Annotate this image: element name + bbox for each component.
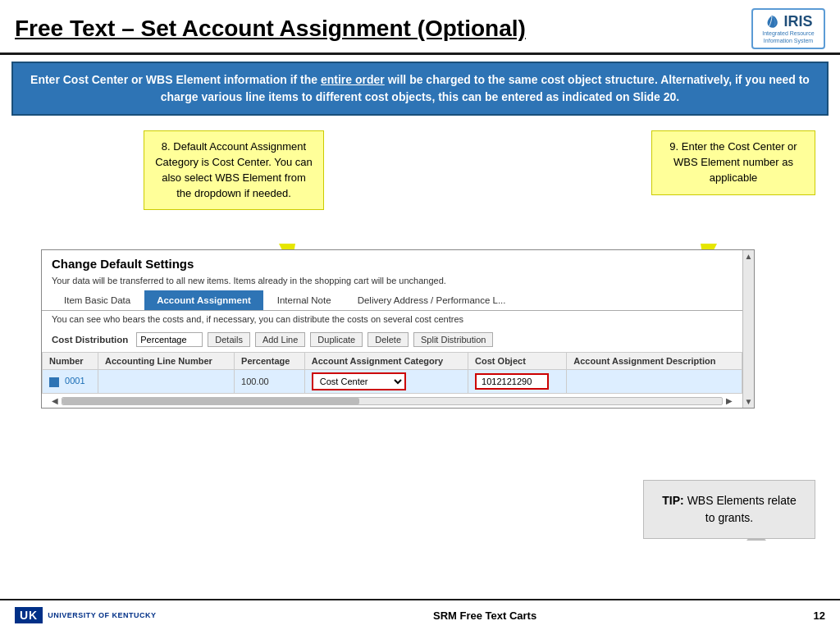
- add-line-button[interactable]: Add Line: [255, 332, 305, 347]
- col-cost-object: Cost Object: [468, 353, 567, 370]
- ui-panel: ▲ ▼ Change Default Settings Your data wi…: [41, 249, 755, 409]
- callout-8: 8. Default Account Assignment Category i…: [144, 130, 324, 210]
- tab-item-basic-data[interactable]: Item Basic Data: [52, 290, 143, 310]
- callout-9-text: 9. Enter the Cost Center or WBS Element …: [669, 140, 797, 184]
- tip-box: TIP: WBS Elements relate to grants.: [643, 480, 815, 539]
- cost-distribution-select[interactable]: Percentage: [136, 332, 203, 347]
- iris-logo-text: IRIS: [783, 13, 812, 30]
- tip-label: TIP:: [662, 494, 683, 507]
- callout-8-text: 8. Default Account Assignment Category i…: [155, 140, 313, 199]
- scroll-up-icon[interactable]: ▲: [745, 252, 753, 261]
- iris-logo-subtitle: Integrated ResourceInformation System: [762, 30, 814, 44]
- vertical-scrollbar[interactable]: ▲ ▼: [742, 250, 754, 408]
- col-accounting-line: Accounting Line Number: [98, 353, 235, 370]
- cost-distribution-row: Cost Distribution Percentage Details Add…: [42, 327, 742, 352]
- blue-marker-icon: [49, 377, 59, 387]
- info-underline: entire order: [321, 73, 385, 86]
- info-box: Enter Cost Center or WBS Element informa…: [11, 62, 829, 116]
- tab-bar: Item Basic Data Account Assignment Inter…: [42, 290, 742, 311]
- scroll-left-icon[interactable]: ◀: [52, 396, 58, 405]
- cell-number: 0001: [65, 376, 84, 386]
- scrollbar-track[interactable]: [62, 397, 723, 405]
- cell-accounting-line: [98, 370, 235, 394]
- iris-logo: IRIS Integrated ResourceInformation Syst…: [751, 8, 825, 49]
- callout-9: 9. Enter the Cost Center or WBS Element …: [651, 130, 815, 195]
- col-percentage: Percentage: [235, 353, 305, 370]
- tab-internal-note[interactable]: Internal Note: [265, 290, 344, 310]
- content-area: 8. Default Account Assignment Category i…: [0, 122, 840, 588]
- cost-dist-desc: You can see who bears the costs and, if …: [42, 311, 742, 327]
- cell-category[interactable]: Cost Center WBS Element: [304, 370, 468, 394]
- tab-account-assignment[interactable]: Account Assignment: [144, 290, 263, 310]
- category-select[interactable]: Cost Center WBS Element: [312, 372, 406, 390]
- assignment-table: Number Accounting Line Number Percentage…: [42, 352, 742, 394]
- info-text-part1: Enter Cost Center or WBS Element informa…: [30, 73, 321, 86]
- duplicate-button[interactable]: Duplicate: [310, 332, 363, 347]
- panel-desc: Your data will be transferred to all new…: [42, 274, 742, 290]
- page-footer: UK UNIVERSITY OF KENTUCKY SRM Free Text …: [0, 599, 840, 630]
- panel-title: Change Default Settings: [42, 250, 742, 274]
- cell-percentage: 100.00: [235, 370, 305, 394]
- footer-page-number: 12: [814, 609, 825, 622]
- col-category: Account Assignment Category: [304, 353, 468, 370]
- col-description: Account Assignment Description: [567, 353, 742, 370]
- cost-object-input[interactable]: [475, 373, 549, 390]
- scroll-right-icon[interactable]: ▶: [726, 396, 733, 405]
- horizontal-scrollbar[interactable]: ◀ ▶: [42, 394, 742, 408]
- tip-text: WBS Elements relate to grants.: [684, 494, 797, 524]
- page-header: Free Text – Set Account Assignment (Opti…: [0, 0, 840, 55]
- table-row: 0001 100.00 Cost Center WBS Element: [43, 370, 742, 394]
- scroll-down-icon[interactable]: ▼: [745, 397, 753, 406]
- scrollbar-thumb[interactable]: [62, 398, 359, 404]
- page-title: Free Text – Set Account Assignment (Opti…: [15, 16, 526, 42]
- cell-blue-marker: 0001: [43, 370, 98, 394]
- footer-center-text: SRM Free Text Carts: [433, 609, 536, 622]
- cost-distribution-label: Cost Distribution: [52, 335, 128, 345]
- panel-inner: ▲ ▼ Change Default Settings Your data wi…: [42, 250, 754, 408]
- uk-badge: UK: [15, 607, 43, 623]
- col-number: Number: [43, 353, 98, 370]
- iris-leaf-icon: [764, 14, 780, 30]
- split-distribution-button[interactable]: Split Distribution: [413, 332, 493, 347]
- delete-button[interactable]: Delete: [368, 332, 409, 347]
- cell-description: [567, 370, 742, 394]
- details-button[interactable]: Details: [208, 332, 250, 347]
- uk-logo: UK UNIVERSITY OF KENTUCKY: [15, 607, 157, 623]
- cell-cost-object[interactable]: [468, 370, 567, 394]
- uk-university-text: UNIVERSITY OF KENTUCKY: [48, 611, 156, 619]
- tab-delivery-address[interactable]: Delivery Address / Performance L...: [345, 290, 518, 310]
